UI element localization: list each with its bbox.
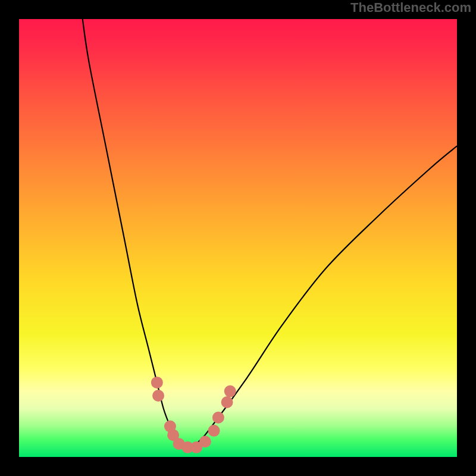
bottleneck-chart: TheBottleneck.com (0, 0, 476, 476)
curve-marker (212, 412, 224, 424)
curve-marker (199, 436, 211, 447)
curve-marker (224, 386, 236, 397)
curve-marker (151, 377, 163, 389)
watermark-text: TheBottleneck.com (350, 0, 471, 15)
curve-marker (208, 425, 220, 437)
curve-marker (152, 390, 164, 402)
curve-marker (221, 396, 233, 408)
